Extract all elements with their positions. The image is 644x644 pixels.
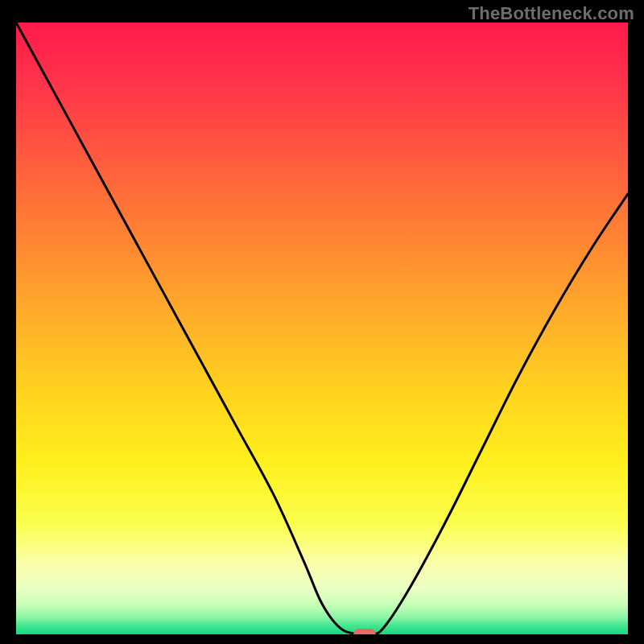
bottleneck-curve-path — [16, 23, 628, 634]
watermark-text: TheBottleneck.com — [469, 3, 634, 24]
minimum-marker — [353, 629, 376, 634]
chart-frame: TheBottleneck.com — [0, 0, 644, 644]
plot-area — [16, 23, 628, 634]
curve-svg — [16, 23, 628, 634]
